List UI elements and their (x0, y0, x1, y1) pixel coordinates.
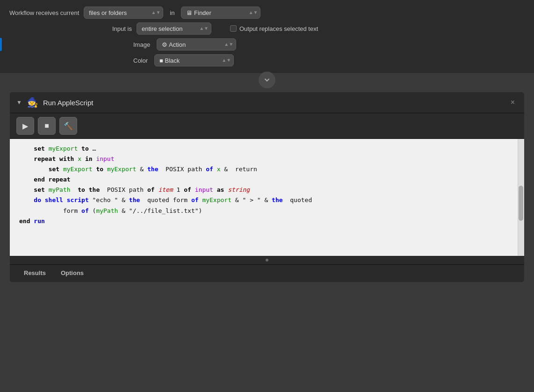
blue-accent (0, 38, 2, 51)
scrollbar-track[interactable] (518, 139, 524, 256)
hammer-icon: 🔨 (64, 122, 73, 131)
divider-area (0, 73, 534, 87)
code-block: set myExport to … repeat with x in input… (19, 144, 515, 226)
results-tab[interactable]: Results (16, 265, 53, 282)
dot-indicator (10, 256, 524, 264)
code-line-3: set myExport to myExport & the POSIX pat… (19, 164, 515, 174)
color-dropdown-wrapper[interactable]: ■ Black □ White ▪ Gray ▲▼ (154, 54, 234, 66)
input-dropdown-wrapper[interactable]: entire selection each item separately ▲▼ (137, 22, 211, 35)
workflow-label: Workflow receives current (9, 9, 79, 16)
script-icon: 🧙 (27, 97, 38, 108)
workflow-row: Workflow receives current files or folde… (9, 7, 525, 19)
output-checkbox[interactable] (230, 25, 237, 32)
footer-tabs: Results Options (10, 264, 524, 282)
code-editor[interactable]: set myExport to … repeat with x in input… (10, 139, 524, 256)
in-label: in (170, 9, 174, 16)
output-row: Output replaces selected text (230, 25, 318, 32)
color-label: Color (133, 57, 148, 64)
output-label: Output replaces selected text (239, 25, 318, 32)
top-section: Workflow receives current files or folde… (0, 0, 534, 73)
input-row: Input is entire selection each item sepa… (9, 22, 525, 35)
panel-header: ▼ 🧙 Run AppleScript × (10, 92, 524, 113)
color-row: Color ■ Black □ White ▪ Gray ▲▼ (9, 54, 525, 66)
image-row: Image ⚙ Action ⚙ Alert ▲▼ (9, 38, 525, 51)
image-dropdown-wrapper[interactable]: ⚙ Action ⚙ Alert ▲▼ (157, 38, 236, 51)
code-line-1: set myExport to … (19, 144, 515, 154)
finder-dropdown-wrapper[interactable]: 🖥 Finder 🖥 System ▲▼ (181, 7, 260, 19)
code-line-2: repeat with x in input (19, 154, 515, 164)
hammer-button[interactable]: 🔨 (59, 117, 77, 135)
play-icon: ▶ (22, 122, 28, 131)
options-tab[interactable]: Options (53, 265, 91, 282)
files-dropdown-wrapper[interactable]: files or folders files folders ▲▼ (84, 7, 163, 19)
image-label: Image (133, 41, 150, 48)
panel-title: Run AppleScript (43, 99, 503, 107)
color-dropdown[interactable]: ■ Black □ White ▪ Gray (154, 54, 234, 66)
image-dropdown[interactable]: ⚙ Action ⚙ Alert (157, 38, 236, 51)
play-button[interactable]: ▶ (16, 117, 34, 135)
page-dot (266, 259, 268, 261)
code-line-8: end run (19, 216, 515, 226)
finder-dropdown[interactable]: 🖥 Finder 🖥 System (181, 7, 260, 19)
stop-button[interactable]: ■ (38, 117, 56, 135)
input-is-label: Input is (112, 25, 132, 32)
stop-icon: ■ (44, 122, 49, 130)
scrollbar-thumb[interactable] (519, 186, 523, 221)
run-applescript-panel: ▼ 🧙 Run AppleScript × ▶ ■ 🔨 set myExport… (9, 92, 525, 283)
code-line-4: end repeat (19, 174, 515, 185)
chevron-circle[interactable] (259, 72, 275, 88)
close-button[interactable]: × (508, 97, 518, 108)
code-line-7: form of (myPath & "/../file_list.txt") (19, 206, 515, 216)
collapse-button[interactable]: ▼ (16, 99, 22, 106)
chevron-icon (263, 76, 271, 84)
files-dropdown[interactable]: files or folders files folders (84, 7, 163, 19)
code-line-5: set myPath to the POSIX path of item 1 o… (19, 185, 515, 195)
input-dropdown[interactable]: entire selection each item separately (137, 22, 211, 35)
code-line-6: do shell script "echo " & the quoted for… (19, 195, 515, 205)
action-toolbar: ▶ ■ 🔨 (10, 113, 524, 139)
